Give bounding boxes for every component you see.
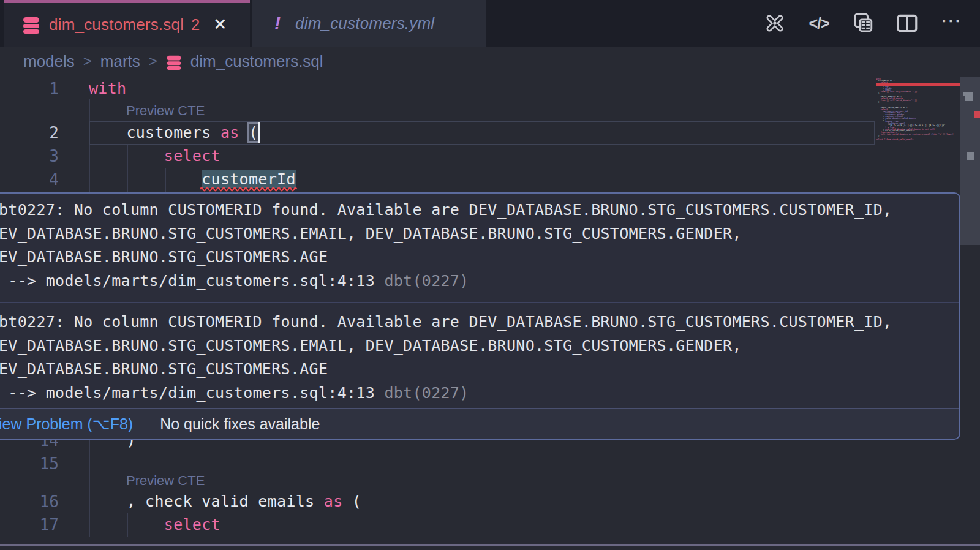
error-message-line: bt0227: No column CUSTOMERID found. Avai… xyxy=(0,198,959,222)
error-hover-tooltip: bt0227: No column CUSTOMERID found. Avai… xyxy=(0,192,960,440)
error-location-line: --> models/marts/dim_customers.sql:4:13 … xyxy=(0,382,959,405)
code-lens-preview-cte[interactable]: Preview CTE xyxy=(126,473,205,489)
close-icon[interactable]: ✕ xyxy=(213,17,227,33)
code-lens-preview-cte[interactable]: Preview CTE xyxy=(126,103,205,119)
tab-label: dim_customers.sql xyxy=(49,15,184,34)
vscode-editor-window: dim_customers.sql 2 ✕ ! dim_customers.ym… xyxy=(0,0,980,550)
line-number: 15 xyxy=(18,452,59,475)
scrollbar-slider[interactable] xyxy=(960,77,980,245)
tab-label: dim_customers.yml xyxy=(295,14,434,33)
code-token: ( xyxy=(343,492,362,510)
editor-actions: </> ⋯ xyxy=(763,0,963,47)
minimap[interactable]: with customers as ( select customerId , … xyxy=(876,78,960,146)
error-source-code: dbt(0227) xyxy=(375,272,469,290)
error-message-block: bt0227: No column CUSTOMERID found. Avai… xyxy=(0,194,959,293)
query-results-icon[interactable] xyxy=(851,12,875,35)
error-source-code: dbt(0227) xyxy=(375,384,469,402)
error-message-line: EV_DATABASE.BRUNO.STG_CUSTOMERS.EMAIL, D… xyxy=(0,334,959,358)
error-message-line: bt0227: No column CUSTOMERID found. Avai… xyxy=(0,311,959,334)
no-quick-fixes-text: No quick fixes available xyxy=(160,415,320,433)
tab-dim-customers-sql[interactable]: dim_customers.sql 2 ✕ xyxy=(4,0,250,47)
minimap-line: select * from check_valid_emails xyxy=(876,139,960,141)
dbt-power-user-icon[interactable] xyxy=(763,12,786,35)
overview-ruler-error-mark xyxy=(974,111,980,118)
code-token xyxy=(239,124,249,141)
error-location-line: --> models/marts/dim_customers.sql:4:13 … xyxy=(0,269,959,293)
scrollbar xyxy=(960,0,980,550)
line-number: 3 xyxy=(18,145,59,168)
more-actions-icon[interactable]: ⋯ xyxy=(940,12,963,35)
error-word-highlight: customerId xyxy=(202,170,296,188)
overview-ruler-mark xyxy=(967,152,974,160)
breadcrumb-file[interactable]: dim_customers.sql xyxy=(190,52,323,71)
breadcrumb-marts[interactable]: marts xyxy=(100,52,140,71)
tooltip-status-bar: iew Problem (⌥F8) No quick fixes availab… xyxy=(0,408,959,439)
error-location: --> models/marts/dim_customers.sql:4:13 xyxy=(0,384,375,402)
window-bottom-edge xyxy=(0,544,980,546)
text-cursor xyxy=(258,122,260,143)
line-number: 1 xyxy=(18,77,59,100)
code-line-3[interactable]: select xyxy=(89,145,221,168)
chevron-right-icon: > xyxy=(149,53,157,70)
code-line-16[interactable]: , check_valid_emails as ( xyxy=(89,490,361,513)
tooltip-divider xyxy=(0,302,959,303)
breadcrumb: models > marts > dim_customers.sql xyxy=(23,47,323,76)
code-line-2[interactable]: customers as ( xyxy=(89,121,258,145)
code-token-keyword: as xyxy=(324,492,343,510)
line-number: 2 xyxy=(18,121,59,145)
chevron-right-icon: > xyxy=(83,53,92,70)
error-location: --> models/marts/dim_customers.sql:4:13 xyxy=(0,272,375,290)
compile-sql-icon[interactable]: </> xyxy=(807,12,831,35)
editor-tab-bar: dim_customers.sql 2 ✕ ! dim_customers.ym… xyxy=(0,0,980,47)
minimap-line: left join valid_domains on customers.ema… xyxy=(876,134,960,135)
line-number: 16 xyxy=(18,490,59,513)
line-number: 4 xyxy=(18,168,59,191)
view-problem-link[interactable]: iew Problem (⌥F8) xyxy=(0,415,133,433)
code-line-1[interactable]: with xyxy=(89,77,126,100)
error-message-block: bt0227: No column CUSTOMERID found. Avai… xyxy=(0,311,959,405)
warning-exclamation-icon: ! xyxy=(274,13,281,34)
database-icon xyxy=(22,16,40,34)
minimap-error-bar xyxy=(876,83,960,86)
overview-ruler-mark xyxy=(965,92,973,101)
code-token-keyword: as xyxy=(221,124,239,141)
error-message-line: EV_DATABASE.BRUNO.STG_CUSTOMERS.AGE xyxy=(0,358,959,382)
breadcrumb-models[interactable]: models xyxy=(23,52,75,71)
tab-dim-customers-yml[interactable]: ! dim_customers.yml xyxy=(252,0,486,47)
code-token xyxy=(89,170,202,188)
matched-bracket: ( xyxy=(249,124,258,141)
code-token: customers xyxy=(89,124,221,141)
error-message-line: EV_DATABASE.BRUNO.STG_CUSTOMERS.EMAIL, D… xyxy=(0,222,959,246)
line-number: 17 xyxy=(18,513,59,537)
code-line-17[interactable]: select xyxy=(89,513,221,537)
error-message-line: EV_DATABASE.BRUNO.STG_CUSTOMERS.AGE xyxy=(0,246,959,269)
database-icon xyxy=(166,52,182,70)
split-editor-icon[interactable] xyxy=(895,12,919,35)
error-squiggle xyxy=(200,186,298,192)
code-token: , check_valid_emails xyxy=(89,492,324,510)
tab-problem-badge: 2 xyxy=(191,16,200,34)
